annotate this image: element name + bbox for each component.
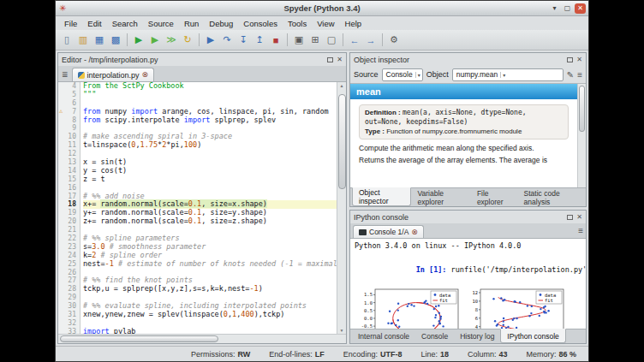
menu-search[interactable]: Search — [107, 19, 143, 28]
step-into-button[interactable]: ↧ — [236, 33, 251, 48]
code-line[interactable]: y = cos(t) — [83, 167, 337, 175]
editor-hscroll-thumb[interactable] — [60, 335, 218, 342]
line-number[interactable]: 8 — [58, 116, 80, 125]
line-number[interactable]: 20 — [58, 217, 80, 226]
object-combobox[interactable]: numpy.mean ▾ — [452, 68, 564, 81]
line-number[interactable]: 5 — [58, 91, 80, 99]
line-number[interactable]: 12 — [58, 150, 80, 158]
line-number[interactable]: 26 — [58, 269, 80, 277]
code-line[interactable]: xnew,ynew,znew = splev(linspace(0,1,400)… — [83, 311, 337, 319]
scroll-down-icon[interactable]: ▼ — [340, 327, 344, 334]
code-line[interactable]: tckp,u = splprep([x,y,z],s=s,k=k,nest=-1… — [83, 285, 337, 294]
menu-view[interactable]: View — [312, 19, 339, 28]
editor-horizontal-scrollbar[interactable] — [58, 334, 346, 343]
menu-debug[interactable]: Debug — [204, 19, 238, 28]
maximize-pane-button[interactable]: ▢ — [324, 33, 339, 48]
inspector-pane-header[interactable]: Object inspector ✕ — [350, 53, 586, 66]
tab-ipython-console[interactable]: IPython console — [500, 329, 565, 343]
editor-gutter[interactable]: 456⚠789101112131415161718192021222324252… — [58, 82, 80, 334]
menu-help[interactable]: Help — [340, 19, 367, 28]
maximize-button[interactable]: ▢ — [562, 3, 573, 14]
line-number[interactable]: 27 — [58, 276, 80, 285]
browse-tabs-icon[interactable]: ≣ — [62, 70, 69, 79]
tab-console-1a[interactable]: Console 1/A ⊗ — [353, 225, 424, 238]
tab-console[interactable]: Console — [415, 329, 454, 343]
line-number[interactable]: 31 — [58, 311, 80, 319]
tab-file-explorer[interactable]: File explorer — [471, 188, 518, 206]
close-console-tab-icon[interactable]: ⊗ — [411, 228, 418, 236]
source-select[interactable]: Console ▾ — [382, 68, 423, 81]
line-number[interactable]: 14 — [58, 167, 80, 175]
code-line[interactable]: import pylab — [83, 328, 337, 334]
line-number[interactable]: 21 — [58, 226, 80, 234]
tab-history-log[interactable]: History log — [454, 329, 500, 343]
console-options-icon[interactable]: ≡ — [578, 226, 583, 235]
code-editor[interactable]: From the SctPy Cookbook"""from numpy imp… — [80, 82, 337, 334]
close-tab-icon[interactable]: ⊗ — [142, 71, 149, 79]
code-line[interactable]: from scipy.interpolate import splprep, s… — [83, 116, 337, 125]
inspector-close-icon[interactable]: ✕ — [576, 56, 582, 63]
menu-consoles[interactable]: Consoles — [238, 19, 283, 28]
rich-text-icon[interactable]: ✎ — [567, 70, 574, 80]
inspector-undock-icon[interactable] — [567, 57, 573, 62]
line-number[interactable]: 10 — [58, 133, 80, 141]
console-input-line[interactable]: In [1]: runfile('/tmp/interpolation.py',… — [355, 256, 581, 284]
line-number[interactable]: 16 — [58, 184, 80, 193]
line-number[interactable]: 9 — [58, 124, 80, 133]
code-line[interactable]: nest=-1 # estimate of number of knots ne… — [83, 260, 337, 269]
editor-vertical-scrollbar[interactable]: ▲ ▼ — [337, 82, 346, 334]
save-all-button[interactable]: ▩ — [108, 33, 123, 48]
editor-vscroll-thumb[interactable] — [338, 94, 346, 189]
code-line[interactable]: """ — [83, 91, 337, 99]
open-file-button[interactable]: ▥ — [75, 33, 91, 48]
editor-undock-icon[interactable] — [327, 57, 333, 62]
line-number[interactable]: 18 — [58, 200, 80, 209]
code-line[interactable]: t=linspace(0,1.75*2*pi,100) — [83, 141, 337, 150]
line-number[interactable]: 24 — [58, 252, 80, 260]
layout-button[interactable]: ⊞ — [307, 33, 323, 48]
code-line[interactable]: z+= random.normal(scale=0.1, size=z.shap… — [83, 217, 337, 226]
line-number[interactable]: 6 — [58, 99, 80, 108]
line-number[interactable]: 29 — [58, 294, 80, 302]
new-file-button[interactable]: ▯ — [59, 33, 75, 48]
menu-edit[interactable]: Edit — [82, 19, 106, 28]
save-button[interactable]: ▦ — [92, 33, 107, 48]
options-menu-icon[interactable]: ≡ — [577, 70, 582, 80]
inspector-scrollbar[interactable] — [577, 84, 586, 187]
step-return-button[interactable]: ↥ — [252, 33, 267, 48]
tools-button[interactable]: ⚙ — [386, 33, 402, 48]
line-number[interactable]: 32 — [58, 319, 80, 328]
console-close-icon[interactable]: ✕ — [576, 214, 582, 221]
forward-button[interactable]: → — [363, 33, 379, 48]
line-number[interactable]: 23 — [58, 243, 80, 252]
inspector-scroll-thumb[interactable] — [579, 86, 585, 132]
line-number[interactable]: 4 — [58, 82, 80, 91]
menu-tools[interactable]: Tools — [283, 19, 312, 28]
line-number[interactable]: 13 — [58, 158, 80, 167]
line-number[interactable]: 22 — [58, 234, 80, 243]
code-line[interactable]: From the SctPy Cookbook — [83, 82, 337, 91]
titlebar[interactable]: ✳ Spyder (Python 3.4) ▾ ▢ ✕ — [56, 1, 588, 16]
run-cell-button[interactable]: ▶ — [147, 33, 163, 48]
line-number[interactable]: ⚠7 — [58, 108, 80, 116]
stop-debug-button[interactable]: ■ — [268, 33, 283, 48]
line-number[interactable]: 19 — [58, 209, 80, 217]
re-run-cell-button[interactable]: ↻ — [180, 33, 195, 48]
step-over-button[interactable]: ↷ — [219, 33, 235, 48]
line-number[interactable]: 15 — [58, 175, 80, 184]
run-button[interactable]: ▶ — [131, 33, 146, 48]
tab-internal-console[interactable]: Internal console — [352, 329, 415, 343]
tab-static-code-analysis[interactable]: Static code analysis — [518, 188, 586, 206]
line-number[interactable]: 11 — [58, 141, 80, 150]
line-number[interactable]: 25 — [58, 260, 80, 269]
debug-button[interactable]: ▶ — [203, 33, 218, 48]
menu-file[interactable]: File — [59, 19, 82, 28]
line-number[interactable]: 30 — [58, 302, 80, 311]
code-line[interactable]: z = t — [83, 175, 337, 184]
scroll-up-icon[interactable]: ▲ — [340, 82, 344, 89]
run-cell-advance-button[interactable]: ≫ — [164, 33, 179, 48]
open-console-button[interactable]: ▣ — [291, 33, 307, 48]
tab-variable-explorer[interactable]: Variable explorer — [411, 188, 470, 206]
console-pane-header[interactable]: IPython console ✕ — [350, 211, 586, 223]
warning-icon[interactable]: ⚠ — [59, 108, 63, 116]
